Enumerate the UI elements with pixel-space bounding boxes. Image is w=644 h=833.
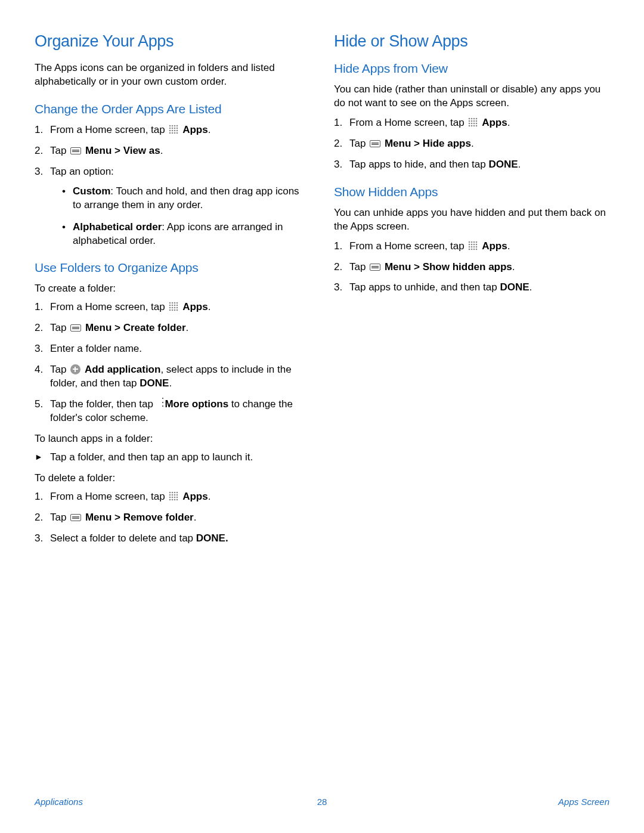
svg-point-74 xyxy=(473,246,475,247)
more-options-icon xyxy=(157,398,161,408)
menu-icon xyxy=(370,264,380,271)
svg-point-19 xyxy=(177,302,178,304)
svg-point-0 xyxy=(169,125,171,127)
svg-point-75 xyxy=(476,246,478,247)
svg-point-40 xyxy=(169,496,171,498)
apps-icon xyxy=(468,117,478,127)
svg-point-51 xyxy=(476,118,478,120)
svg-point-64 xyxy=(469,241,470,243)
svg-point-8 xyxy=(169,130,171,132)
intro-show: You can unhide apps you have hidden and … xyxy=(334,206,609,234)
svg-point-77 xyxy=(471,248,473,250)
svg-point-60 xyxy=(469,125,470,127)
svg-point-12 xyxy=(169,132,171,134)
page-content: Organize Your Apps The Apps icons can be… xyxy=(0,0,644,553)
svg-point-56 xyxy=(469,123,470,125)
heading-hide-show: Hide or Show Apps xyxy=(334,32,609,51)
heading-hide: Hide Apps from View xyxy=(334,61,609,76)
svg-point-10 xyxy=(174,130,176,132)
heading-organize: Organize Your Apps xyxy=(35,32,310,51)
svg-point-7 xyxy=(177,128,178,129)
svg-point-76 xyxy=(469,248,470,250)
svg-point-71 xyxy=(476,243,478,245)
svg-point-23 xyxy=(177,305,178,306)
step: Tap Menu > View as. xyxy=(35,144,310,158)
svg-point-68 xyxy=(469,243,470,245)
svg-point-41 xyxy=(172,496,174,498)
svg-point-53 xyxy=(471,120,473,122)
svg-point-15 xyxy=(177,132,178,134)
svg-point-22 xyxy=(174,305,176,306)
step: Tap apps to unhide, and then tap DONE. xyxy=(334,281,609,295)
svg-point-48 xyxy=(469,118,470,120)
steps-show: From a Home screen, tap Apps. Tap Menu >… xyxy=(334,240,609,295)
svg-point-73 xyxy=(471,246,473,247)
svg-point-25 xyxy=(172,307,174,309)
svg-point-33 xyxy=(172,491,174,493)
svg-point-42 xyxy=(174,496,176,498)
svg-point-4 xyxy=(169,128,171,129)
svg-point-55 xyxy=(476,120,478,122)
step: Tap the folder, then tap More options to… xyxy=(35,398,310,425)
svg-point-49 xyxy=(471,118,473,120)
intro-create-folder: To create a folder: xyxy=(35,282,310,296)
svg-point-45 xyxy=(172,498,174,500)
step: Tap an option: Custom: Touch and hold, a… xyxy=(35,165,310,248)
menu-icon xyxy=(370,140,380,147)
svg-point-24 xyxy=(169,307,171,309)
svg-point-79 xyxy=(476,248,478,250)
menu-icon xyxy=(70,147,81,154)
svg-point-13 xyxy=(172,132,174,134)
footer-right: Apps Screen xyxy=(558,797,609,807)
plus-icon xyxy=(70,364,80,374)
svg-point-44 xyxy=(169,498,171,500)
svg-point-3 xyxy=(177,125,178,127)
svg-point-39 xyxy=(177,494,178,496)
footer-page-number: 28 xyxy=(317,797,327,807)
svg-point-78 xyxy=(473,248,475,250)
svg-point-72 xyxy=(469,246,470,247)
steps-change-order: From a Home screen, tap Apps. Tap Menu >… xyxy=(35,123,310,248)
step: Enter a folder name. xyxy=(35,342,310,356)
svg-point-1 xyxy=(172,125,174,127)
right-column: Hide or Show Apps Hide Apps from View Yo… xyxy=(334,32,609,553)
heading-change-order: Change the Order Apps Are Listed xyxy=(35,102,310,116)
step: Select a folder to delete and tap DONE. xyxy=(35,532,310,546)
svg-point-2 xyxy=(174,125,176,127)
apps-icon xyxy=(169,302,178,311)
heading-show: Show Hidden Apps xyxy=(334,185,609,199)
svg-point-31 xyxy=(177,309,178,311)
svg-point-27 xyxy=(177,307,178,309)
svg-point-57 xyxy=(471,123,473,125)
svg-point-65 xyxy=(471,241,473,243)
menu-icon xyxy=(70,514,81,521)
svg-point-63 xyxy=(476,125,478,127)
svg-point-67 xyxy=(476,241,478,243)
svg-point-47 xyxy=(177,498,178,500)
intro-launch-folder: To launch apps in a folder: xyxy=(35,432,310,446)
footer-left: Applications xyxy=(35,797,83,807)
svg-point-30 xyxy=(174,309,176,311)
step: From a Home screen, tap Apps. xyxy=(35,123,310,137)
heading-folders: Use Folders to Organize Apps xyxy=(35,261,310,275)
svg-point-69 xyxy=(471,243,473,245)
svg-point-38 xyxy=(174,494,176,496)
svg-point-6 xyxy=(174,128,176,129)
svg-point-11 xyxy=(177,130,178,132)
svg-point-21 xyxy=(172,305,174,306)
left-column: Organize Your Apps The Apps icons can be… xyxy=(35,32,310,553)
step: From a Home screen, tap Apps. xyxy=(334,116,609,130)
svg-point-20 xyxy=(169,305,171,306)
svg-point-54 xyxy=(473,120,475,122)
svg-point-50 xyxy=(473,118,475,120)
svg-point-36 xyxy=(169,494,171,496)
bullet: Custom: Touch and hold, and then drag ap… xyxy=(62,185,310,212)
page-footer: Applications 28 Apps Screen xyxy=(35,797,609,807)
step: From a Home screen, tap Apps. xyxy=(334,240,609,253)
svg-point-58 xyxy=(473,123,475,125)
svg-point-9 xyxy=(172,130,174,132)
svg-point-46 xyxy=(174,498,176,500)
step: From a Home screen, tap Apps. xyxy=(35,301,310,314)
svg-point-59 xyxy=(476,123,478,125)
svg-point-16 xyxy=(169,302,171,304)
